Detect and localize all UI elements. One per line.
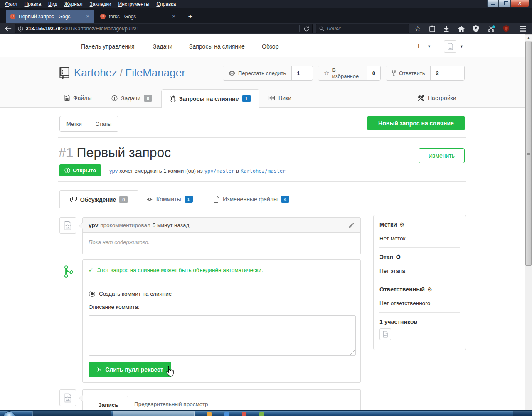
tab-close-icon[interactable]: × xyxy=(85,14,90,19)
extension-icon[interactable] xyxy=(486,24,496,33)
user-avatar[interactable] xyxy=(444,40,456,53)
repo-name-link[interactable]: FileManager xyxy=(125,66,185,79)
milestone-gear-icon[interactable]: ⚙ xyxy=(396,254,401,260)
participant-avatar[interactable] xyxy=(379,328,391,340)
minimize-button[interactable] xyxy=(487,0,499,7)
taskbar-icon[interactable] xyxy=(224,412,229,416)
search-bar[interactable]: Поиск xyxy=(316,24,409,33)
new-comment-card: Запись Предварительный просмотр xyxy=(82,389,361,410)
author-link[interactable]: ypv xyxy=(109,168,118,174)
tab-close-icon[interactable]: × xyxy=(171,14,176,19)
bookmark-star-icon[interactable]: ☆ xyxy=(413,24,423,33)
tab-files-changed[interactable]: Измененные файлы 4 xyxy=(214,196,289,203)
scrollbar-thumb[interactable] xyxy=(525,42,532,266)
nav-dashboard[interactable]: Панель управления xyxy=(81,43,135,50)
nav-explore[interactable]: Обзор xyxy=(262,43,278,50)
tab-preview[interactable]: Предварительный просмотр xyxy=(134,401,208,407)
home-icon[interactable] xyxy=(456,24,466,33)
menu-tools[interactable]: Инструменты xyxy=(118,1,150,7)
window-controls: ✕ xyxy=(487,0,529,7)
taskbar-icon[interactable] xyxy=(259,412,264,416)
commit-description-label: Описание коммита: xyxy=(89,304,140,310)
tab-files[interactable]: Файлы xyxy=(64,95,91,101)
gogs-favicon xyxy=(10,13,16,20)
new-pull-request-button[interactable]: Новый запрос на слияние xyxy=(367,116,465,130)
download-arrow-icon xyxy=(443,26,449,32)
url-bar[interactable]: 213.155.192.79:3001/Kartohez/FileManager… xyxy=(15,24,313,33)
fork-button[interactable]: Ответвить 2 xyxy=(386,66,465,81)
user-menu-caret-icon[interactable]: ▼ xyxy=(460,44,463,49)
start-button-orb[interactable] xyxy=(3,411,15,416)
taskbar-icon[interactable] xyxy=(207,412,212,416)
tab-commits[interactable]: Коммиты 1 xyxy=(146,196,193,203)
new-repo-button[interactable]: + xyxy=(416,41,421,51)
close-button[interactable]: ✕ xyxy=(510,0,529,7)
menu-file[interactable]: Файл xyxy=(5,1,17,7)
milestones-filter-button[interactable]: Этапы xyxy=(89,116,118,131)
tab-issues[interactable]: Задачи 0 xyxy=(111,95,152,102)
abp-shield-icon[interactable] xyxy=(471,24,481,33)
base-branch-link[interactable]: Kartohez/master xyxy=(241,168,286,174)
issue-opened-icon xyxy=(64,167,70,174)
edit-pencil-icon[interactable] xyxy=(349,222,355,228)
ublock-icon[interactable] xyxy=(501,24,511,33)
menu-history[interactable]: Журнал xyxy=(64,1,83,7)
nav-pulls[interactable]: Запросы на слияние xyxy=(189,43,245,50)
browser-tab-active[interactable]: Первый запрос - Gogs × xyxy=(6,10,94,23)
watch-count[interactable]: 1 xyxy=(291,66,305,80)
watch-button[interactable]: Перестать следить 1 xyxy=(223,66,313,81)
resize-grip-icon[interactable] xyxy=(350,350,355,355)
edit-button[interactable]: Изменить xyxy=(419,148,465,163)
downloads-icon[interactable] xyxy=(441,24,451,33)
star-button[interactable]: ☆ В избранное 0 xyxy=(318,66,381,81)
hamburger-menu-icon[interactable] xyxy=(518,24,528,33)
url-host: 213.155.192.79 xyxy=(26,26,60,32)
taskbar-button[interactable] xyxy=(113,411,195,416)
commit-description-textarea[interactable] xyxy=(89,315,356,356)
assignee-gear-icon[interactable]: ⚙ xyxy=(427,286,433,293)
broken-image-icon xyxy=(382,331,388,338)
page-scrollbar[interactable]: ▲ xyxy=(525,34,532,410)
assignee-empty-text: Нет ответственного xyxy=(379,300,460,306)
new-repo-caret-icon[interactable]: ▼ xyxy=(427,44,431,49)
menu-help[interactable]: Справка xyxy=(156,1,176,7)
reload-icon[interactable] xyxy=(303,26,310,32)
menu-bookmarks[interactable]: Закладки xyxy=(90,1,111,7)
menu-edit[interactable]: Правка xyxy=(25,1,42,7)
labels-gear-icon[interactable]: ⚙ xyxy=(399,221,405,228)
star-count[interactable]: 0 xyxy=(367,66,380,80)
scroll-up-button[interactable]: ▲ xyxy=(525,34,532,42)
system-tray[interactable] xyxy=(513,411,532,416)
back-button[interactable] xyxy=(2,23,13,34)
labels-filter-button[interactable]: Метки xyxy=(60,116,89,131)
comment-author-link[interactable]: ypv xyxy=(89,222,98,228)
tab-settings[interactable]: Настройки xyxy=(418,95,456,101)
merge-pull-request-button[interactable]: Слить пулл-реквест xyxy=(89,362,171,377)
nav-issues[interactable]: Задачи xyxy=(153,43,172,50)
fork-label: Ответвить xyxy=(399,70,425,76)
tab-pulls-active[interactable]: Запросы на слияние 1 xyxy=(161,89,259,108)
taskbar-icon[interactable] xyxy=(242,412,246,416)
menu-view[interactable]: Вид xyxy=(48,1,57,7)
page-info-icon[interactable] xyxy=(18,26,23,32)
pocket-list-icon[interactable] xyxy=(427,24,437,33)
tab-wiki[interactable]: Вики xyxy=(268,95,291,101)
head-branch-link[interactable]: ypv/master xyxy=(204,168,234,174)
taskbar-button-active[interactable] xyxy=(32,411,111,416)
check-icon: ✓ xyxy=(89,267,93,273)
divider xyxy=(379,312,460,313)
comment-avatar[interactable] xyxy=(59,217,76,234)
restore-button[interactable] xyxy=(499,0,510,7)
fork-count[interactable]: 2 xyxy=(430,66,443,80)
merge-commit-radio[interactable] xyxy=(89,291,95,297)
tab-conversation-active[interactable]: Обсуждение 0 xyxy=(59,190,138,208)
repo-owner-link[interactable]: Kartohez xyxy=(74,66,117,79)
new-tab-button[interactable]: + xyxy=(185,11,196,22)
repo-title: Kartohez/FileManager xyxy=(74,66,185,79)
clipboard-icon xyxy=(429,25,435,32)
ublock-shield-icon xyxy=(503,25,509,32)
status-badge: Открыто xyxy=(59,164,101,176)
scissors-extension-icon xyxy=(488,25,495,32)
star-label: В избранное xyxy=(332,67,361,79)
browser-tab-inactive[interactable]: forks - Gogs × xyxy=(96,10,180,23)
